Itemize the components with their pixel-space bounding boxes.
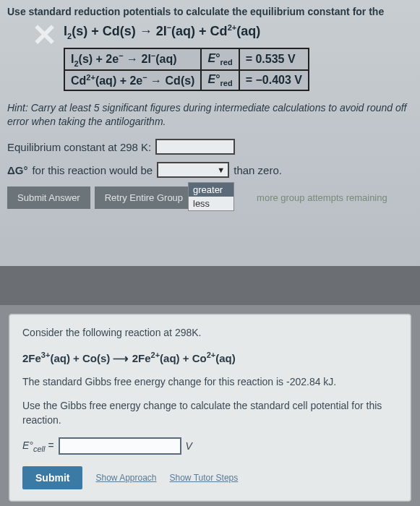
ecell-row: E°cell = V — [22, 437, 398, 455]
dg-row: ΔG° for this reaction would be ▼ than ze… — [7, 162, 413, 178]
question-2-panel: Consider the following reaction at 298K.… — [9, 314, 411, 502]
dg-text: for this reaction would be — [32, 164, 153, 176]
submit-answer-button[interactable]: Submit Answer — [7, 186, 90, 209]
submit-button[interactable]: Submit — [22, 466, 82, 489]
table-row: I2(s) + 2e− → 2I−(aq) E°red = 0.535 V — [64, 48, 309, 71]
k-label: Equilibrium constant at 298 K: — [7, 141, 151, 153]
dropdown-option-less[interactable]: less — [189, 197, 233, 210]
dropdown-option-greater[interactable]: greater — [189, 183, 233, 197]
dg-prefix: ΔG° — [7, 164, 27, 176]
dg-select[interactable]: ▼ — [157, 162, 229, 178]
rxn-cell: Cd2+(aq) + 2e− → Cd(s) — [64, 70, 201, 90]
button-bar: Submit Answer Retry Entire Group greater… — [7, 186, 413, 209]
hint-text: Hint: Carry at least 5 significant figur… — [7, 101, 413, 129]
panel-gap — [0, 266, 420, 305]
val-cell: = −0.403 V — [239, 70, 309, 90]
table-row: Cd2+(aq) + 2e− → Cd(s) E°red = −0.403 V — [64, 70, 309, 90]
incorrect-x-icon: ✕ — [32, 17, 57, 53]
q2-p1: Consider the following reaction at 298K. — [22, 326, 398, 340]
q2-p2: The standard Gibbs free energy change fo… — [22, 375, 398, 390]
retry-group-button[interactable]: Retry Entire Group — [95, 186, 193, 209]
q2-equation: 2Fe3+(aq) + Co(s) ⟶ 2Fe2+(aq) + Co2+(aq) — [22, 351, 398, 365]
val-cell: = 0.535 V — [239, 48, 309, 71]
question-1-panel: Use standard reduction potentials to cal… — [0, 0, 420, 266]
q1-equation: I2(s) + Cd(s) → 2I−(aq) + Cd2+(aq) — [64, 23, 413, 40]
label-cell: E°red — [201, 48, 239, 71]
reduction-table: I2(s) + 2e− → 2I−(aq) E°red = 0.535 V Cd… — [64, 48, 309, 92]
submit-row: Submit Show Approach Show Tutor Steps — [22, 466, 398, 489]
k-input[interactable] — [155, 139, 235, 155]
dg-suffix: than zero. — [233, 164, 282, 176]
q2-p3: Use the Gibbs free energy change to calc… — [22, 399, 398, 427]
attempts-text: more group attempts remaining — [257, 192, 387, 203]
chevron-down-icon: ▼ — [217, 166, 225, 174]
eq1-text: I2(s) + Cd(s) → 2I−(aq) + Cd2+(aq) — [64, 24, 260, 38]
k-row: Equilibrium constant at 298 K: — [7, 139, 413, 155]
show-approach-link[interactable]: Show Approach — [95, 473, 156, 483]
q1-title: Use standard reduction potentials to cal… — [7, 6, 413, 17]
rxn-cell: I2(s) + 2e− → 2I−(aq) — [64, 48, 201, 71]
dg-dropdown-open: greater less — [188, 182, 234, 211]
ecell-label: E°cell = — [22, 439, 54, 453]
ecell-unit: V — [186, 440, 192, 452]
label-cell: E°red — [201, 70, 239, 90]
show-tutor-link[interactable]: Show Tutor Steps — [170, 473, 239, 483]
question-2-wrap: Consider the following reaction at 298K.… — [0, 305, 420, 506]
ecell-input[interactable] — [59, 437, 181, 455]
